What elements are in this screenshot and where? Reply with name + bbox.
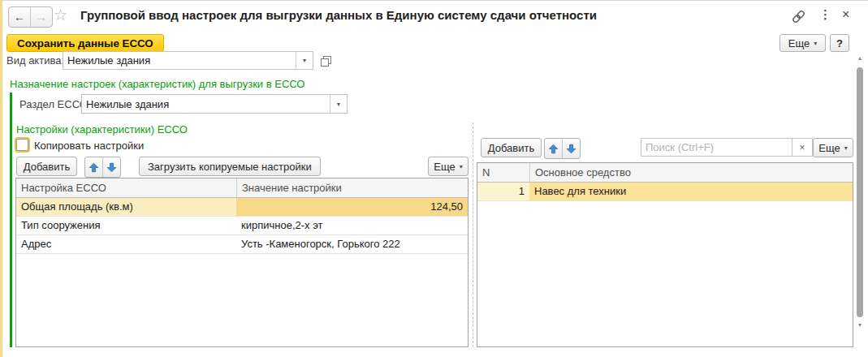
copy-settings-label: Копировать настройки (34, 140, 144, 152)
table-row[interactable]: Адрес Усть -Каменогорск, Горького 222 (16, 235, 468, 254)
setting-value-cell[interactable]: кирпичное,2-х эт (236, 217, 468, 234)
setting-name-cell[interactable]: Общая площадь (кв.м) (16, 198, 236, 216)
table-row[interactable]: Общая площадь (кв.м) 124,50 (16, 198, 468, 217)
settings-table-header: Настройка ЕССО Значение настройки (16, 178, 468, 198)
table-row[interactable]: 1 Навес для техники (477, 183, 853, 201)
chevron-down-icon: ▾ (460, 163, 463, 170)
asset-type-value: Нежилые здания (63, 54, 296, 67)
copy-settings-checkbox[interactable] (16, 139, 28, 151)
search-clear-button[interactable]: × (792, 139, 812, 156)
col-header-asset[interactable]: Основное средство (529, 163, 853, 182)
left-more-button[interactable]: Еще▾ (428, 157, 469, 176)
assignment-section-header: Назначение настроек (характеристик) для … (10, 78, 305, 90)
window: ← → ☆ Групповой ввод настроек для выгруз… (0, 0, 868, 357)
settings-table: Настройка ЕССО Значение настройки Общая … (15, 178, 469, 347)
search-input[interactable] (641, 139, 792, 156)
clear-icon: × (799, 142, 805, 153)
right-add-button[interactable]: Добавить (481, 138, 542, 157)
right-more-label: Еще (818, 142, 840, 154)
chevron-down-icon: ▾ (337, 101, 340, 108)
panel-splitter[interactable] (473, 123, 473, 347)
back-icon: ← (14, 11, 25, 24)
right-more-button[interactable]: Еще▾ (813, 138, 853, 157)
arrow-down-icon (566, 144, 577, 154)
close-icon[interactable]: × (842, 7, 849, 22)
setting-name-cell[interactable]: Адрес (16, 235, 236, 253)
forward-icon: → (36, 11, 47, 24)
arrow-up-icon (89, 162, 99, 173)
scroll-up-icon[interactable]: ▲ (854, 55, 866, 61)
forward-button[interactable]: → (31, 7, 52, 27)
assets-table-header: N Основное средство (477, 163, 853, 183)
col-header-setting[interactable]: Настройка ЕССО (16, 178, 236, 197)
left-add-button[interactable]: Добавить (16, 157, 77, 176)
esso-section-label: Раздел ЕССО: (19, 98, 90, 110)
assets-table: N Основное средство 1 Навес для техники (477, 162, 853, 347)
setting-value-cell[interactable]: Усть -Каменогорск, Горького 222 (236, 235, 468, 253)
search-group: × (641, 138, 813, 157)
esso-section-input[interactable]: Нежилые здания ▾ (81, 94, 348, 114)
esso-section-dropdown-button[interactable]: ▾ (330, 95, 347, 113)
nav-history-group: ← → (8, 6, 53, 28)
arrow-up-icon (548, 144, 559, 154)
favorite-star-icon[interactable]: ☆ (54, 6, 67, 24)
window-edge-strip (0, 1, 2, 357)
form-more-label: Еще (788, 37, 810, 49)
col-header-value[interactable]: Значение настройки (236, 178, 468, 197)
chevron-down-icon: ▾ (814, 40, 817, 47)
asset-name-cell[interactable]: Навес для техники (529, 183, 853, 200)
load-copied-settings-button[interactable]: Загрузить копируемые настройки (139, 157, 321, 176)
help-button[interactable]: ? (830, 34, 849, 52)
open-in-new-icon (320, 55, 332, 67)
chevron-down-icon: ▾ (303, 57, 306, 64)
setting-name-cell[interactable]: Тип сооружения (16, 217, 236, 234)
page-title: Групповой ввод настроек для выгрузки дан… (80, 8, 597, 22)
left-move-buttons (84, 157, 121, 178)
settings-section-header: Настройки (характеристики) ЕССО (16, 123, 188, 135)
col-header-n[interactable]: N (477, 163, 529, 182)
save-esso-button[interactable]: Сохранить данные ЕССО (6, 34, 164, 52)
move-down-button[interactable] (102, 157, 120, 177)
asset-type-label: Вид актива: (6, 54, 64, 67)
asset-type-open-button[interactable] (317, 53, 334, 69)
move-down-button[interactable] (562, 139, 580, 158)
asset-type-input[interactable]: Нежилые здания ▾ (63, 51, 313, 70)
setting-value-cell[interactable]: 124,50 (236, 198, 468, 216)
asset-number-cell[interactable]: 1 (477, 183, 529, 200)
move-up-button[interactable] (85, 157, 102, 177)
table-row[interactable]: Тип сооружения кирпичное,2-х эт (16, 217, 468, 235)
get-link-icon[interactable] (791, 9, 806, 27)
move-up-button[interactable] (545, 139, 562, 158)
group-accent-bar (10, 92, 12, 347)
form-more-button[interactable]: Еще▾ (779, 34, 826, 52)
left-more-label: Еще (434, 161, 455, 173)
kebab-menu-icon[interactable]: ⋮ (819, 7, 831, 22)
chevron-down-icon: ▾ (844, 144, 848, 152)
scrollbar-thumb[interactable] (857, 67, 863, 317)
esso-section-value: Нежилые здания (82, 98, 330, 110)
scroll-down-icon[interactable]: ▼ (854, 322, 866, 328)
right-move-buttons (544, 138, 581, 159)
back-button[interactable]: ← (9, 7, 31, 27)
arrow-down-icon (106, 162, 117, 173)
asset-type-dropdown-button[interactable]: ▾ (296, 52, 313, 69)
